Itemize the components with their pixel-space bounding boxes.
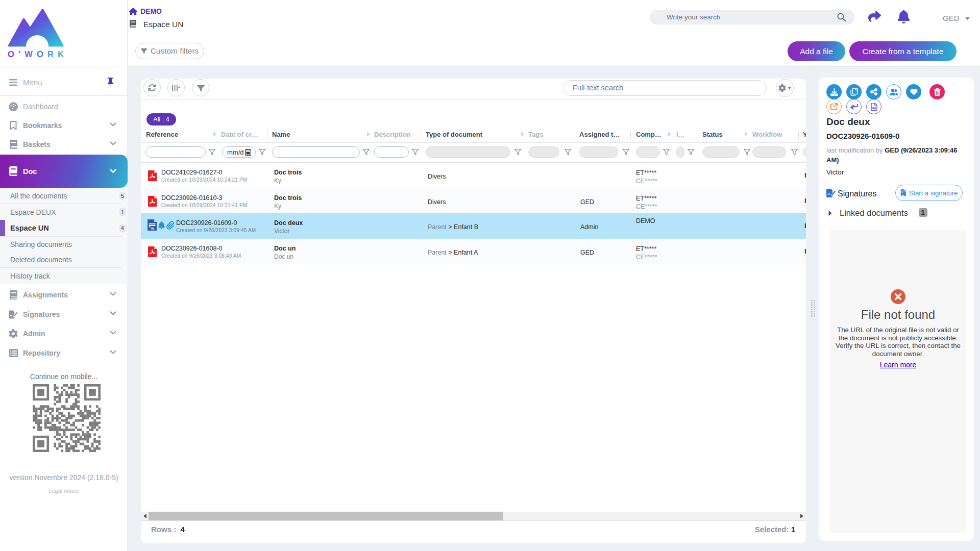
- svg-text:O'WORK: O'WORK: [8, 49, 65, 59]
- svg-text:w: w: [151, 227, 154, 230]
